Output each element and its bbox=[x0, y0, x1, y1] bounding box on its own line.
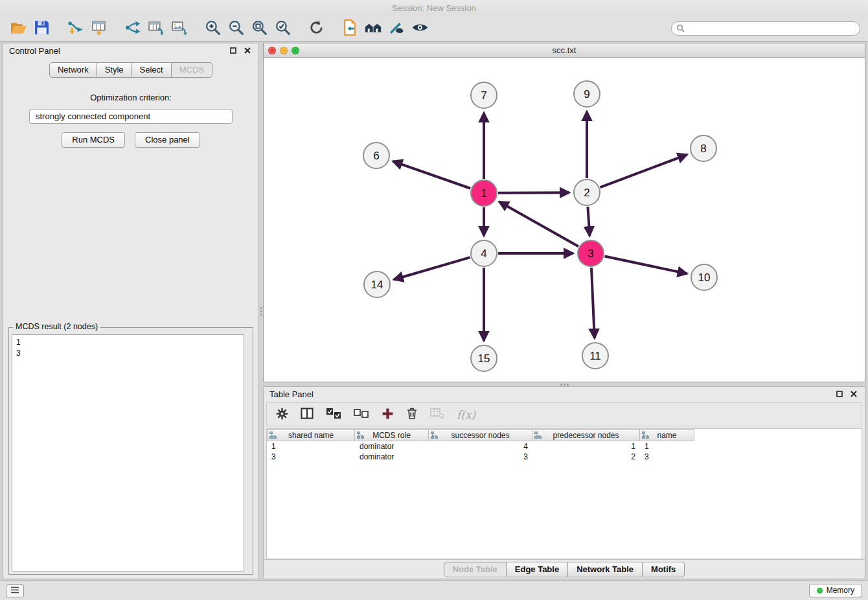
tab-edge-table[interactable]: Edge Table bbox=[507, 562, 568, 577]
result-line: 1 bbox=[16, 337, 240, 348]
memory-button[interactable]: Memory bbox=[809, 584, 862, 597]
delete-table-button[interactable] bbox=[430, 408, 444, 421]
open-session-button[interactable] bbox=[6, 17, 30, 40]
search-input[interactable] bbox=[671, 21, 860, 36]
status-bar: Memory bbox=[0, 581, 868, 600]
show-columns-button[interactable] bbox=[301, 408, 314, 421]
new-table-button[interactable] bbox=[144, 17, 167, 40]
column-header-successor-nodes[interactable]: successor nodes bbox=[429, 429, 532, 441]
close-window-icon[interactable]: × bbox=[268, 47, 276, 54]
node-4[interactable]: 4 bbox=[471, 240, 497, 266]
table-cell[interactable]: 2 bbox=[532, 452, 640, 461]
control-panel: Control Panel NetworkStyleSelectMCDS Opt… bbox=[3, 43, 259, 579]
tab-node-table[interactable]: Node Table bbox=[444, 562, 507, 577]
first-neighbors-button[interactable] bbox=[361, 17, 385, 40]
node-6[interactable]: 6 bbox=[363, 143, 389, 168]
close-panel-action-button[interactable]: Close panel bbox=[135, 132, 200, 148]
table-settings-button[interactable] bbox=[276, 408, 288, 422]
table-cell[interactable]: 3 bbox=[640, 452, 694, 461]
float-panel-button[interactable] bbox=[228, 45, 238, 56]
table-cell[interactable]: 3 bbox=[267, 452, 355, 461]
result-line: 3 bbox=[16, 348, 240, 359]
close-panel-button[interactable] bbox=[242, 45, 253, 56]
table-row[interactable]: 3dominator323 bbox=[267, 452, 862, 462]
refresh-button[interactable] bbox=[304, 17, 328, 40]
table-cell[interactable]: 4 bbox=[429, 442, 532, 451]
node-2[interactable]: 2 bbox=[574, 179, 600, 205]
import-table-button[interactable] bbox=[87, 17, 110, 40]
table-cell[interactable]: 1 bbox=[532, 442, 640, 451]
table-cell[interactable]: 1 bbox=[267, 442, 355, 451]
zoom-selected-icon bbox=[274, 19, 291, 38]
edge-4-14[interactable] bbox=[394, 257, 470, 279]
zoom-selected-button[interactable] bbox=[271, 17, 294, 40]
zoom-in-button[interactable] bbox=[201, 17, 224, 40]
control-panel-tabs: NetworkStyleSelectMCDS bbox=[3, 62, 258, 78]
select-all-button[interactable] bbox=[326, 408, 341, 421]
column-function-icon bbox=[269, 432, 277, 439]
tab-select[interactable]: Select bbox=[132, 62, 172, 78]
tab-mcds[interactable]: MCDS bbox=[172, 62, 212, 78]
node-15[interactable]: 15 bbox=[471, 345, 497, 371]
zoom-out-button[interactable] bbox=[224, 17, 247, 40]
panel-menu-button[interactable] bbox=[6, 584, 24, 597]
edge-2-8[interactable] bbox=[600, 155, 687, 188]
node-3[interactable]: 3 bbox=[578, 240, 604, 266]
close-table-panel-button[interactable] bbox=[849, 389, 859, 399]
column-header-name[interactable]: name bbox=[640, 429, 694, 441]
run-mcds-button[interactable]: Run MCDS bbox=[62, 132, 125, 148]
new-network-button[interactable] bbox=[120, 17, 144, 40]
function-builder-button[interactable]: f(x) bbox=[457, 408, 475, 421]
refresh-icon bbox=[308, 19, 325, 38]
node-label: 10 bbox=[698, 271, 711, 284]
mcds-result-text[interactable]: 13 bbox=[12, 334, 244, 571]
mcds-result-legend: MCDS result (2 nodes) bbox=[13, 322, 100, 331]
table-panel-title: Table Panel bbox=[269, 389, 314, 399]
delete-columns-button[interactable] bbox=[406, 407, 418, 422]
node-1[interactable]: 1 bbox=[471, 180, 497, 206]
network-from-selection-button[interactable] bbox=[338, 17, 361, 40]
edge-3-11[interactable] bbox=[591, 268, 595, 338]
edge-1-6[interactable] bbox=[393, 161, 470, 189]
node-8[interactable]: 8 bbox=[691, 135, 716, 161]
table-cell[interactable]: dominator bbox=[355, 442, 429, 451]
column-function-icon bbox=[357, 432, 364, 439]
main-toolbar bbox=[0, 16, 868, 41]
edge-2-3[interactable] bbox=[588, 207, 589, 236]
table-cell[interactable]: dominator bbox=[355, 452, 429, 461]
column-header-predecessor-nodes[interactable]: predecessor nodes bbox=[532, 429, 640, 441]
network-canvas[interactable]: 7968124314101511 bbox=[264, 58, 865, 382]
node-label: 1 bbox=[481, 187, 486, 200]
column-header-MCDS-role[interactable]: MCDS role bbox=[355, 429, 429, 441]
delete-table-icon bbox=[430, 408, 444, 421]
node-11[interactable]: 11 bbox=[582, 343, 608, 369]
column-header-shared-name[interactable]: shared name bbox=[267, 429, 355, 441]
create-column-button[interactable] bbox=[382, 408, 394, 422]
edge-3-10[interactable] bbox=[605, 257, 687, 274]
float-table-panel-button[interactable] bbox=[834, 389, 845, 399]
tab-network-table[interactable]: Network Table bbox=[568, 562, 643, 577]
show-hide-button[interactable] bbox=[408, 17, 431, 40]
node-10[interactable]: 10 bbox=[691, 264, 717, 290]
export-image-button[interactable] bbox=[167, 17, 190, 40]
edge-3-1[interactable] bbox=[499, 202, 578, 246]
tab-motifs[interactable]: Motifs bbox=[643, 562, 685, 577]
save-session-button[interactable] bbox=[30, 17, 53, 40]
tab-network[interactable]: Network bbox=[49, 62, 97, 78]
tab-style[interactable]: Style bbox=[97, 62, 132, 78]
zoom-fit-button[interactable] bbox=[247, 17, 271, 40]
table-cell[interactable]: 1 bbox=[640, 442, 694, 451]
node-7[interactable]: 7 bbox=[471, 82, 497, 108]
node-14[interactable]: 14 bbox=[364, 271, 390, 297]
float-icon bbox=[230, 46, 236, 56]
minimize-window-icon[interactable]: − bbox=[280, 47, 288, 54]
edge-1-2[interactable] bbox=[498, 192, 569, 193]
maximize-window-icon[interactable]: + bbox=[291, 47, 299, 54]
optimization-criterion-select[interactable]: strongly connected component bbox=[29, 109, 233, 124]
table-row[interactable]: 1dominator411 bbox=[267, 441, 862, 452]
style-brush-button[interactable] bbox=[385, 17, 408, 40]
deselect-all-button[interactable] bbox=[354, 408, 369, 421]
table-cell[interactable]: 3 bbox=[429, 452, 532, 461]
node-9[interactable]: 9 bbox=[574, 81, 600, 107]
import-network-button[interactable] bbox=[63, 17, 87, 40]
